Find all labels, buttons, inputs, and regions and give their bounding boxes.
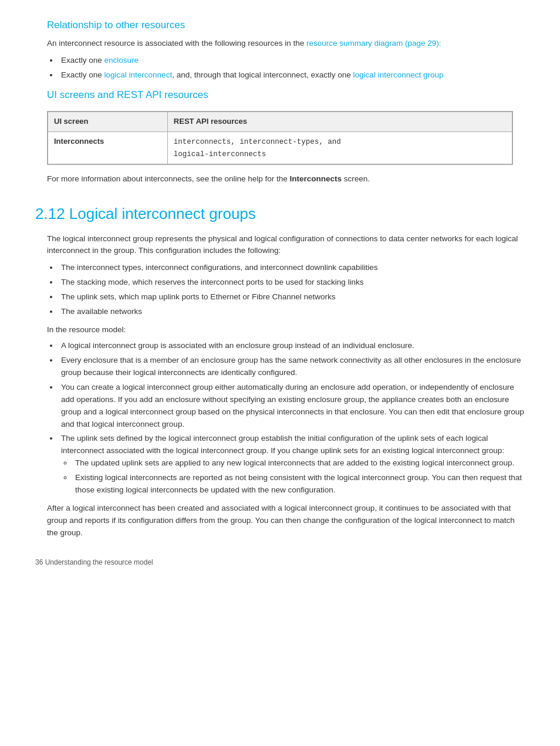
api-table: UI screen REST API resources Interconnec… [48,112,512,164]
resource-model-bullets: A logical interconnect group is associat… [59,340,525,497]
resource-model-label: In the resource model: [35,324,525,336]
enclosure-link[interactable]: enclosure [104,56,139,65]
chapter-bullet-2: The stacking mode, which reserves the in… [59,276,525,289]
relationship-intro-para: An interconnect resource is associated w… [35,38,525,50]
ui-screens-heading: UI screens and REST API resources [35,87,525,103]
resource-summary-link[interactable]: resource summary diagram (page 29): [306,39,441,48]
chapter-bullet-1: The interconnect types, interconnect con… [59,262,525,274]
col-rest-api-header: REST API resources [167,112,512,131]
rm-bullet-3: You can create a logical interconnect gr… [59,382,525,431]
rm-bullet-4: The uplink sets defined by the logical i… [59,433,525,497]
sub-bullet-1: The updated uplink sets are applied to a… [73,457,525,470]
table-cell-rest-api: interconnects, interconnect-types, andlo… [167,131,512,164]
bullet-logical-interconnect: Exactly one logical interconnect, and, t… [59,69,525,82]
relationship-bullets: Exactly one enclosure Exactly one logica… [59,55,525,82]
chapter-bullet-4: The available networks [59,306,525,318]
table-header-row: UI screen REST API resources [48,112,512,131]
chapter-heading: 2.12 Logical interconnect groups [35,202,525,225]
relationship-heading: Relationship to other resources [35,18,525,33]
logical-interconnect-link[interactable]: logical interconnect [104,70,173,79]
ui-screens-section: UI screens and REST API resources UI scr… [35,87,525,185]
logical-interconnect-group-link[interactable]: logical interconnect group [353,70,444,79]
col-ui-screen-header: UI screen [48,112,168,131]
more-info-para: For more information about interconnects… [35,173,525,185]
bullet-enclosure: Exactly one enclosure [59,55,525,67]
chapter-bullet-3: The uplink sets, which map uplink ports … [59,291,525,303]
table-cell-ui-screen: Interconnects [48,131,168,164]
chapter-bullets: The interconnect types, interconnect con… [59,262,525,318]
table-row: Interconnects interconnects, interconnec… [48,131,512,164]
sub-bullets: The updated uplink sets are applied to a… [73,457,525,497]
closing-paragraph: After a logical interconnect has been cr… [35,502,525,539]
relationship-intro-text: An interconnect resource is associated w… [47,39,304,48]
rm-bullet-2: Every enclosure that is a member of an e… [59,355,525,379]
api-table-container: UI screen REST API resources Interconnec… [47,111,513,165]
relationship-section: Relationship to other resources An inter… [35,18,525,82]
footer: 36 Understanding the resource model [35,557,525,568]
chapter-intro: The logical interconnect group represent… [35,233,525,258]
rm-bullet-1: A logical interconnect group is associat… [59,340,525,352]
sub-bullet-2: Existing logical interconnects are repor… [73,472,525,497]
